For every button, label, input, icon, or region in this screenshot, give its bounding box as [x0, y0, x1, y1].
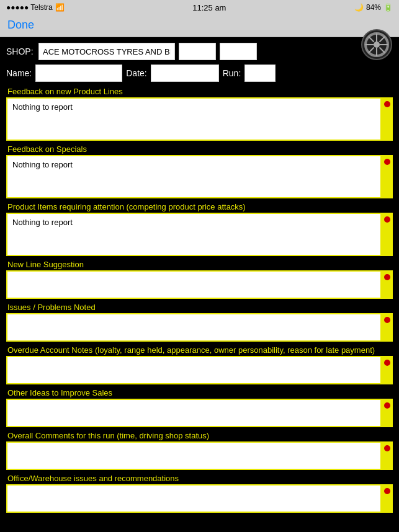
header-bar: Done — [0, 15, 399, 37]
side-indicator-overall-comments — [382, 441, 393, 470]
section-label-other-ideas: Other Ideas to Improve Sales — [6, 388, 393, 397]
carrier-info: ●●●●● Telstra 📶 — [6, 3, 65, 12]
date-label: Date: — [126, 68, 146, 78]
wheel-icon — [361, 29, 393, 61]
section-other-ideas: Other Ideas to Improve Sales — [6, 388, 393, 427]
side-indicator-feedback-new-products — [382, 97, 393, 141]
section-office-warehouse: Office/Warehouse issues and recommendati… — [6, 474, 393, 513]
name-date-row: Name: Date: Run: — [6, 64, 393, 82]
red-dot-overall-comments — [384, 445, 390, 451]
status-bar: ●●●●● Telstra 📶 11:25 am 🌙 84% 🔋 — [0, 0, 399, 15]
shop-label: SHOP: — [6, 47, 35, 56]
moon-icon: 🌙 — [354, 3, 364, 12]
side-indicator-issues-problems — [382, 313, 393, 342]
run-label: Run: — [223, 68, 241, 78]
section-label-product-attention: Product Items requiring attention (compe… — [6, 202, 393, 211]
red-dot-issues-problems — [384, 317, 390, 323]
section-row-issues-problems — [6, 313, 393, 342]
section-label-overall-comments: Overall Comments for this run (time, dri… — [6, 431, 393, 440]
textarea-feedback-new-products[interactable] — [6, 97, 382, 141]
wifi-icon: 📶 — [55, 3, 65, 12]
battery-text: 84% — [366, 3, 381, 12]
section-feedback-new-products: Feedback on new Product Lines — [6, 87, 393, 141]
section-row-overall-comments — [6, 441, 393, 470]
section-product-attention: Product Items requiring attention (compe… — [6, 202, 393, 256]
section-row-new-line-suggestion — [6, 270, 393, 299]
battery-icon: 🔋 — [383, 3, 393, 12]
red-dot-new-line-suggestion — [384, 274, 390, 280]
name-label: Name: — [6, 68, 32, 78]
shop-extra1-input[interactable] — [179, 43, 216, 60]
main-content: SHOP: Name: Date: Run: Feedback on new P — [0, 37, 399, 532]
textarea-overall-comments[interactable] — [6, 441, 382, 470]
section-row-feedback-specials — [6, 155, 393, 198]
red-dot-feedback-specials — [384, 159, 390, 165]
side-indicator-other-ideas — [382, 399, 393, 427]
red-dot-other-ideas — [384, 402, 390, 409]
section-label-issues-problems: Issues / Problems Noted — [6, 303, 393, 312]
red-dot-feedback-new-products — [384, 101, 390, 107]
name-input[interactable] — [35, 64, 122, 82]
shop-name-input[interactable] — [38, 43, 175, 60]
section-row-feedback-new-products — [6, 97, 393, 141]
section-feedback-specials: Feedback on Specials — [6, 144, 393, 198]
section-overdue-account: Overdue Account Notes (loyalty, range he… — [6, 345, 393, 384]
textarea-product-attention[interactable] — [6, 213, 382, 256]
textarea-other-ideas[interactable] — [6, 399, 382, 427]
textarea-overdue-account[interactable] — [6, 356, 382, 384]
section-label-office-warehouse: Office/Warehouse issues and recommendati… — [6, 474, 393, 483]
side-indicator-office-warehouse — [382, 484, 393, 513]
side-indicator-feedback-specials — [382, 155, 393, 198]
shop-extra2-input[interactable] — [220, 43, 257, 60]
section-label-overdue-account: Overdue Account Notes (loyalty, range he… — [6, 345, 393, 355]
shop-row: SHOP: — [6, 42, 393, 61]
section-new-line-suggestion: New Line Suggestion — [6, 260, 393, 299]
red-dot-product-attention — [384, 216, 390, 223]
section-row-product-attention — [6, 213, 393, 256]
sections-container: Feedback on new Product LinesFeedback on… — [6, 87, 393, 513]
textarea-feedback-specials[interactable] — [6, 155, 382, 198]
textarea-office-warehouse[interactable] — [6, 484, 382, 513]
carrier-text: ●●●●● Telstra — [6, 3, 53, 12]
section-label-feedback-new-products: Feedback on new Product Lines — [6, 87, 393, 96]
section-issues-problems: Issues / Problems Noted — [6, 303, 393, 342]
section-row-other-ideas — [6, 399, 393, 427]
run-input[interactable] — [244, 64, 276, 82]
textarea-issues-problems[interactable] — [6, 313, 382, 342]
section-row-overdue-account — [6, 356, 393, 384]
date-input[interactable] — [151, 64, 219, 82]
battery-info: 🌙 84% 🔋 — [354, 3, 393, 12]
section-label-new-line-suggestion: New Line Suggestion — [6, 260, 393, 269]
side-indicator-overdue-account — [382, 356, 393, 384]
red-dot-office-warehouse — [384, 488, 390, 494]
time-display: 11:25 am — [192, 3, 226, 12]
section-row-office-warehouse — [6, 484, 393, 513]
section-label-feedback-specials: Feedback on Specials — [6, 144, 393, 154]
side-indicator-product-attention — [382, 213, 393, 256]
red-dot-overdue-account — [384, 360, 390, 366]
svg-point-2 — [374, 42, 380, 48]
done-button[interactable]: Done — [7, 19, 34, 32]
side-indicator-new-line-suggestion — [382, 270, 393, 299]
section-overall-comments: Overall Comments for this run (time, dri… — [6, 431, 393, 470]
textarea-new-line-suggestion[interactable] — [6, 270, 382, 299]
